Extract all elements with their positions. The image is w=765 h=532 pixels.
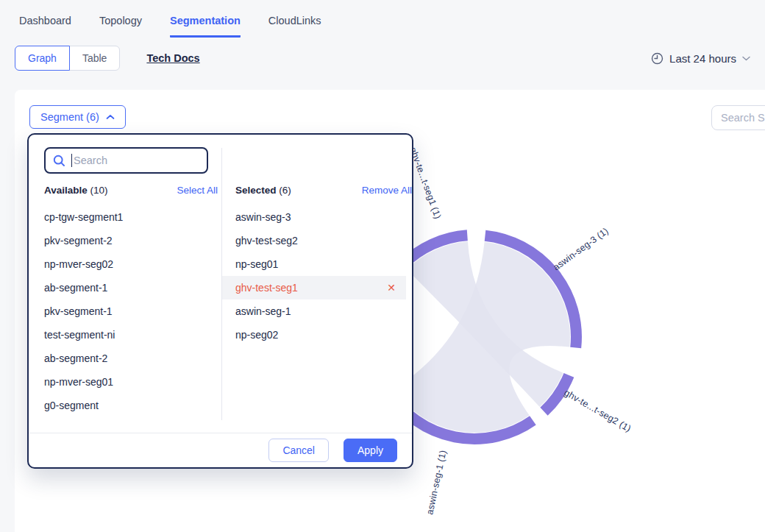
- available-list: cp-tgw-segment1 pkv-segment-2 np-mver-se…: [29, 205, 221, 417]
- available-list-item[interactable]: pkv-segment-1: [29, 299, 221, 323]
- apply-button[interactable]: Apply: [344, 439, 397, 462]
- selected-list-item[interactable]: aswin-seg-1 ✕: [222, 299, 406, 323]
- selected-title: Selected: [235, 185, 277, 196]
- picker-search-input[interactable]: [74, 155, 199, 166]
- time-range-label: Last 24 hours: [669, 52, 736, 65]
- available-list-item[interactable]: np-mver-seg01: [29, 370, 221, 394]
- cancel-button[interactable]: Cancel: [268, 439, 329, 462]
- chord-label-aswin-seg-3: aswin-seg-3 (1): [552, 226, 611, 273]
- graph-view-button[interactable]: Graph: [15, 46, 70, 71]
- nav-item-cloudlinks[interactable]: CloudLinks: [268, 15, 321, 38]
- clock-icon: [651, 52, 663, 65]
- nav-item-dashboard[interactable]: Dashboard: [19, 15, 71, 38]
- selected-header: Selected (6) Remove All: [235, 185, 412, 196]
- available-header: Available (10) Select All: [44, 185, 218, 196]
- available-list-item[interactable]: cp-tgw-segment1: [29, 205, 221, 229]
- text-caret: [71, 154, 72, 167]
- picker-search-box[interactable]: [44, 147, 208, 174]
- available-list-item[interactable]: ab-segment-2: [29, 347, 221, 370]
- available-list-item[interactable]: pkv-segment-2: [29, 229, 221, 252]
- selected-list-item[interactable]: np-seg02 ✕: [222, 323, 406, 347]
- chevron-down-icon: [742, 56, 750, 61]
- segmentation-graph-card: ghv-te...t-seg1 (1) aswin-seg-3 (1) ghv-…: [15, 90, 765, 532]
- available-title: Available: [44, 185, 88, 196]
- segment-filter-button[interactable]: Segment (6): [29, 105, 126, 129]
- search-icon: [53, 155, 65, 167]
- remove-all-link[interactable]: Remove All: [362, 185, 412, 196]
- chord-label-ghv-test-seg2: ghv-te...t-seg2 (1): [563, 387, 633, 433]
- nav-item-topology[interactable]: Topology: [99, 15, 142, 38]
- view-toggle: Graph Table: [15, 46, 120, 71]
- selected-list-item[interactable]: ghv-test-seg2 ✕: [222, 229, 406, 252]
- chevron-up-icon: [106, 114, 115, 120]
- selected-count: (6): [279, 185, 291, 196]
- available-list-item[interactable]: ab-segment-1: [29, 276, 221, 299]
- remove-item-icon[interactable]: ✕: [387, 282, 396, 294]
- selected-list: aswin-seg-3 ✕ ghv-test-seg2 ✕ np-seg01 ✕…: [222, 205, 406, 347]
- chord-label-aswin-seg-1: aswin-seg-1 (1): [424, 450, 448, 516]
- available-list-item[interactable]: np-mver-seg02: [29, 252, 221, 276]
- available-list-item[interactable]: test-segment-ni: [29, 323, 221, 347]
- tech-docs-link[interactable]: Tech Docs: [146, 52, 199, 64]
- toolbar: Graph Table Tech Docs Last 24 hours: [0, 38, 765, 71]
- selected-list-item[interactable]: aswin-seg-3 ✕: [222, 205, 406, 229]
- available-list-item[interactable]: g0-segment: [29, 394, 221, 417]
- segment-picker-panel: Available (10) Select All Selected (6) R…: [27, 133, 413, 469]
- available-count: (10): [90, 185, 108, 196]
- picker-footer: Cancel Apply: [29, 433, 412, 467]
- selected-list-item[interactable]: np-seg01 ✕: [222, 252, 406, 276]
- nav-item-segmentation[interactable]: Segmentation: [170, 15, 241, 38]
- select-all-link[interactable]: Select All: [177, 185, 218, 196]
- selected-list-item[interactable]: ghv-test-seg1 ✕: [222, 276, 406, 299]
- time-range-selector[interactable]: Last 24 hours: [651, 52, 750, 65]
- table-view-button[interactable]: Table: [69, 46, 120, 71]
- segment-filter-label: Segment (6): [40, 111, 99, 123]
- graph-search-input[interactable]: [711, 105, 765, 130]
- top-navigation: Dashboard Topology Segmentation CloudLin…: [0, 0, 765, 38]
